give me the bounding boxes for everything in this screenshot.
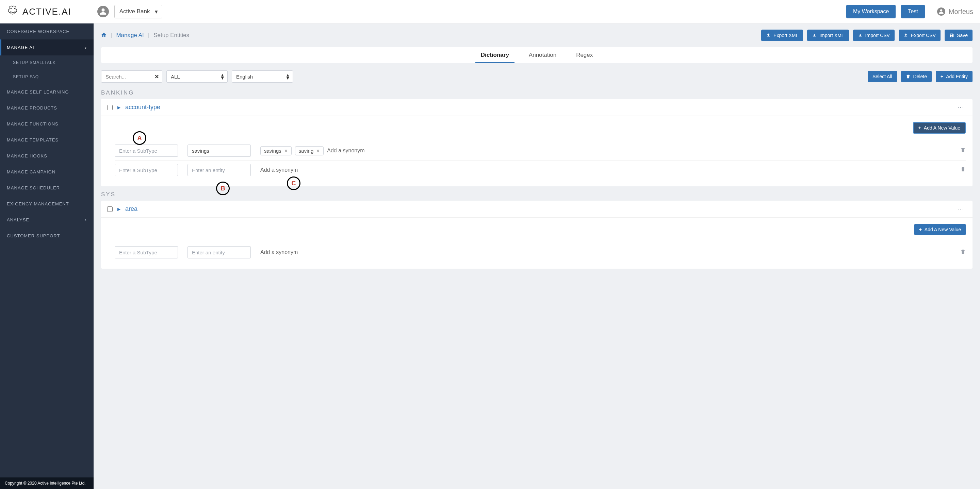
delete-row-icon[interactable] [960,249,966,256]
svg-point-0 [11,8,11,9]
sidebar-item-manage-products[interactable]: Manage Products [0,100,94,116]
tab-regex[interactable]: Regex [575,48,594,62]
import-xml-button[interactable]: Import XML [807,30,849,41]
plus-icon: + [918,125,921,130]
home-icon[interactable] [101,32,107,39]
select-caret-icon: ▲▼ [285,73,290,79]
synonym-box: Add a synonym [260,167,951,173]
chevron-right-icon: › [85,45,87,50]
kebab-menu-icon[interactable]: ⋮ [956,206,966,213]
sidebar-item-customer-support[interactable]: Customer Support [0,228,94,244]
language-select[interactable]: English ▲▼ [232,70,293,83]
topbar: ACTIVE.AI Active Bank ▾ My Workspace Tes… [0,0,980,24]
brand-logo: ACTIVE.AI [7,5,72,19]
user-avatar-icon [937,8,945,16]
sidebar-sub-setup-smalltalk[interactable]: Setup Smalltalk [0,56,94,70]
entity-name-link[interactable]: account-type [125,104,160,111]
section-label-banking: Banking [101,89,972,96]
breadcrumb-current: Setup Entities [153,32,189,39]
chevron-right-icon: › [85,217,87,222]
sidebar-item-manage-hooks[interactable]: Manage Hooks [0,148,94,164]
entity-card-account-type: ▶ account-type ⋮ +Add A New Value [101,99,972,186]
breadcrumb: | Manage AI | Setup Entities [101,32,757,39]
sidebar-item-analyse[interactable]: Analyse› [0,212,94,228]
remove-tag-icon[interactable]: ✕ [316,148,320,153]
export-csv-button[interactable]: Export CSV [899,30,940,41]
select-caret-icon: ▲▼ [220,73,224,79]
section-label-sys: Sys [101,191,972,198]
add-synonym-input[interactable]: Add a synonym [260,167,298,173]
sidebar-sub-setup-faq[interactable]: Setup FAQ [0,70,94,84]
delete-button[interactable]: Delete [901,71,932,82]
synonym-tag: saving✕ [295,146,324,156]
sidebar-item-configure-workspace[interactable]: Configure Workspace [0,24,94,40]
brand-text: ACTIVE.AI [22,6,72,17]
entity-value-input[interactable] [188,144,251,157]
expand-arrow-icon[interactable]: ▶ [118,207,121,211]
sidebar-item-manage-templates[interactable]: Manage Templates [0,132,94,148]
brain-icon [7,5,19,19]
sidebar-item-manage-scheduler[interactable]: Manage Scheduler [0,180,94,196]
add-synonym-input[interactable]: Add a synonym [260,249,298,256]
synonym-box: savings✕ saving✕ Add a synonym [260,146,951,156]
import-csv-button[interactable]: Import CSV [853,30,894,41]
subtype-input[interactable] [115,144,178,157]
add-new-value-button[interactable]: +Add A New Value [914,224,966,235]
sidebar-item-exigency-management[interactable]: Exigency Management [0,196,94,212]
sidebar: Configure Workspace Manage AI › Setup Sm… [0,24,94,489]
my-workspace-button[interactable]: My Workspace [846,5,896,18]
value-row: Add a synonym [115,160,966,179]
entity-card-area: ▶ area ⋮ +Add A New Value A [101,201,972,268]
workspace-selected: Active Bank [119,8,150,15]
kebab-menu-icon[interactable]: ⋮ [956,104,966,111]
main-content: | Manage AI | Setup Entities Export XML … [94,24,980,489]
entity-value-input[interactable] [188,164,251,176]
clear-search-icon[interactable]: ✕ [154,73,159,80]
workspace-dropdown[interactable]: Active Bank ▾ [115,5,163,18]
entity-checkbox[interactable] [107,206,113,212]
add-new-value-button[interactable]: +Add A New Value [913,122,966,133]
category-select[interactable]: ALL ▲▼ [166,70,228,83]
add-entity-button[interactable]: +Add Entity [936,71,972,82]
svg-point-1 [14,8,15,9]
tab-dictionary[interactable]: Dictionary [479,48,511,62]
synonym-box: Add a synonym [260,249,951,256]
subtype-input[interactable] [115,246,178,259]
export-xml-button[interactable]: Export XML [761,30,803,41]
plus-icon: + [940,74,943,79]
workspace-avatar-icon [97,6,109,17]
search-input[interactable] [101,70,162,83]
entity-checkbox[interactable] [107,105,113,110]
save-button[interactable]: Save [945,30,972,41]
select-all-button[interactable]: Select All [868,71,897,82]
expand-arrow-icon[interactable]: ▶ [118,105,121,110]
entity-name-link[interactable]: area [125,205,137,213]
user-name: Morfeus [949,8,973,16]
user-menu[interactable]: Morfeus [937,8,973,16]
breadcrumb-link-manage-ai[interactable]: Manage AI [116,32,143,39]
value-row: Add a synonym [115,243,966,262]
tabs: Dictionary Annotation Regex [101,47,972,63]
synonym-tag: savings✕ [260,146,292,156]
copyright-footer: Copyright © 2020 Active Intelligence Pte… [0,478,94,489]
search-input-wrapper: ✕ [101,70,162,83]
delete-row-icon[interactable] [960,167,966,173]
caret-down-icon: ▾ [155,8,158,15]
delete-row-icon[interactable] [960,147,966,154]
sidebar-item-manage-functions[interactable]: Manage Functions [0,116,94,132]
test-button[interactable]: Test [901,5,924,18]
plus-icon: + [919,227,922,232]
sidebar-item-manage-campaign[interactable]: Manage Campaign [0,164,94,180]
add-synonym-input[interactable]: Add a synonym [327,148,364,154]
tab-annotation[interactable]: Annotation [527,48,558,62]
subtype-input[interactable] [115,164,178,176]
remove-tag-icon[interactable]: ✕ [284,148,288,153]
sidebar-item-manage-self-learning[interactable]: Manage Self Learning [0,84,94,100]
value-row: savings✕ saving✕ Add a synonym [115,141,966,160]
entity-value-input[interactable] [188,246,251,259]
sidebar-item-manage-ai[interactable]: Manage AI › [0,40,94,56]
